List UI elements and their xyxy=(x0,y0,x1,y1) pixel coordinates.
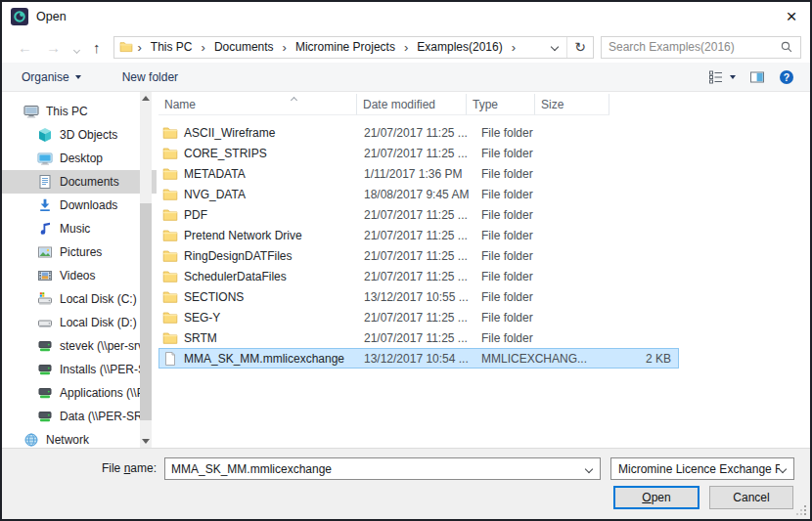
scrollbar-thumb[interactable] xyxy=(140,203,152,420)
scroll-up-icon[interactable] xyxy=(140,92,152,105)
view-mode-button[interactable] xyxy=(708,69,736,85)
netdrive-icon xyxy=(37,338,53,354)
file-row-seg-y[interactable]: SEG-Y 21/07/2017 11:25 ... File folder xyxy=(158,307,679,327)
sidebar-item-desktop[interactable]: Desktop xyxy=(2,147,157,170)
file-name-dropdown-chevron-icon[interactable] xyxy=(586,466,600,472)
sort-ascending-icon xyxy=(292,92,296,106)
file-type-value: Micromine Licence Exchange F xyxy=(618,462,780,476)
sidebar-item-pictures[interactable]: Pictures xyxy=(2,240,157,264)
sidebar-item-data-per-srv[interactable]: Data (\\PER-SRV xyxy=(2,405,157,428)
sidebar-item-downloads[interactable]: Downloads xyxy=(2,194,157,217)
sidebar: This PC 3D Objects Desktop Documents Dow… xyxy=(2,92,157,448)
netdrive-icon xyxy=(37,362,53,377)
breadcrumb-separator-icon[interactable]: › xyxy=(399,40,413,55)
column-header-date-modified[interactable]: Date modified xyxy=(357,94,467,115)
cancel-button[interactable]: Cancel xyxy=(709,486,793,509)
diskwin-icon xyxy=(37,291,53,307)
file-row-ascii-wireframe[interactable]: ASCII_Wireframe 21/07/2017 11:25 ... Fil… xyxy=(158,122,679,143)
list-header: Name Date modified Type Size xyxy=(158,92,810,117)
breadcrumb-item-examples-2016[interactable]: Examples(2016) xyxy=(413,40,506,54)
breadcrumb-separator-icon[interactable]: › xyxy=(507,40,520,55)
folder-icon xyxy=(162,146,178,161)
file-list: Name Date modified Type Size ASCII_Wiref… xyxy=(157,92,810,448)
search-icon xyxy=(780,40,793,54)
disk-icon xyxy=(37,315,53,330)
file-row-nvg-data[interactable]: NVG_DATA 18/08/2017 9:45 AM File folder xyxy=(158,184,679,204)
sidebar-item-installs-per-s[interactable]: Installs (\\PER-S xyxy=(2,358,157,381)
organise-button[interactable]: Organise xyxy=(22,70,81,84)
open-button[interactable]: Open xyxy=(613,486,699,509)
netdrive-icon xyxy=(37,385,53,401)
file-row-ringdesigndatfiles[interactable]: RingDesignDATFiles 21/07/2017 11:25 ... … xyxy=(158,245,679,266)
column-header-name[interactable]: Name xyxy=(158,94,357,115)
folder-icon xyxy=(162,187,178,202)
back-icon[interactable]: ← xyxy=(11,40,39,55)
breadcrumb-item-micromine-projects[interactable]: Micromine Projects xyxy=(292,40,399,54)
videos-icon xyxy=(37,268,53,283)
address-dropdown-chevron-icon[interactable] xyxy=(543,44,566,50)
command-toolbar: Organise New folder xyxy=(2,63,810,92)
file-row-pdf[interactable]: PDF 21/07/2017 11:25 ... File folder xyxy=(158,204,679,225)
close-icon[interactable]: × xyxy=(779,5,804,28)
navigation-bar: ← → ↑ ›This PC›Documents›Micromine Proje… xyxy=(2,31,810,63)
breadcrumb-separator-icon[interactable]: › xyxy=(197,40,210,55)
sidebar-item-network[interactable]: Network xyxy=(2,428,157,448)
details-view-icon xyxy=(708,69,724,85)
folder-icon xyxy=(162,125,178,141)
desktop-icon xyxy=(37,151,53,166)
file-type-dropdown-chevron-icon xyxy=(780,466,793,472)
breadcrumb-separator-icon[interactable]: › xyxy=(133,40,147,55)
search-input[interactable] xyxy=(602,40,780,54)
file-name-input[interactable] xyxy=(165,462,586,476)
sidebar-item-documents[interactable]: Documents xyxy=(2,170,157,194)
refresh-icon[interactable]: ↻ xyxy=(567,39,593,55)
sidebar-scrollbar[interactable] xyxy=(140,92,152,448)
sidebar-item-applications-p[interactable]: Applications (\\P xyxy=(2,381,157,405)
recent-locations-chevron-icon[interactable] xyxy=(68,40,86,55)
forward-icon[interactable]: → xyxy=(39,40,68,55)
netdrive-icon xyxy=(37,409,53,424)
sidebar-item-stevek-per-srv[interactable]: stevek (\\per-srv xyxy=(2,334,157,358)
file-row-core-strips[interactable]: CORE_STRIPS 21/07/2017 11:25 ... File fo… xyxy=(158,143,679,163)
file-row-metadata[interactable]: METADATA 1/11/2017 1:36 PM File folder xyxy=(158,163,679,184)
file-row-pretend-network-drive[interactable]: Pretend Network Drive 21/07/2017 11:25 .… xyxy=(158,225,679,245)
open-dialog-window: Open × ← → ↑ ›This PC›Documents›Micromin… xyxy=(0,0,812,521)
column-header-size[interactable]: Size xyxy=(535,94,609,115)
file-row-schedulerdatafiles[interactable]: SchedulerDataFiles 21/07/2017 11:25 ... … xyxy=(158,266,679,286)
sidebar-item-music[interactable]: Music xyxy=(2,217,157,240)
help-icon[interactable] xyxy=(779,69,794,85)
sidebar-item-local-disk-d[interactable]: Local Disk (D:) xyxy=(2,311,157,334)
folder-icon xyxy=(162,248,178,264)
folder-icon xyxy=(162,207,178,223)
scroll-down-icon[interactable] xyxy=(140,435,152,448)
breadcrumb-item-documents[interactable]: Documents xyxy=(210,40,278,54)
music-icon xyxy=(37,221,53,237)
preview-pane-icon[interactable] xyxy=(749,69,765,85)
address-bar[interactable]: ›This PC›Documents›Micromine Projects›Ex… xyxy=(113,36,595,59)
sidebar-item-this-pc[interactable]: This PC xyxy=(2,100,157,123)
file-rows: ASCII_Wireframe 21/07/2017 11:25 ... Fil… xyxy=(158,122,810,369)
file-row-mma-sk-mm-mmlicexchange[interactable]: MMA_SK_MM.mmlicexchange 13/12/2017 10:54… xyxy=(158,348,679,369)
title-bar[interactable]: Open × xyxy=(2,2,810,31)
breadcrumb-item-this-pc[interactable]: This PC xyxy=(147,40,197,54)
folder-icon xyxy=(119,40,133,54)
breadcrumb-separator-icon[interactable]: › xyxy=(278,40,292,55)
cube-icon xyxy=(37,127,53,143)
file-name-combobox[interactable] xyxy=(164,457,601,480)
folder-icon xyxy=(162,330,178,346)
download-icon xyxy=(37,197,53,213)
search-box[interactable] xyxy=(601,36,801,59)
folder-icon xyxy=(162,289,178,305)
file-row-sections[interactable]: SECTIONS 13/12/2017 10:55 ... File folde… xyxy=(158,286,679,307)
document-icon xyxy=(37,174,53,190)
sidebar-item-videos[interactable]: Videos xyxy=(2,264,157,287)
up-icon[interactable]: ↑ xyxy=(86,40,108,55)
window-title: Open xyxy=(36,10,67,23)
sidebar-item-local-disk-c[interactable]: Local Disk (C:) xyxy=(2,287,157,311)
resize-grip[interactable] xyxy=(795,504,807,516)
sidebar-item-3d-objects[interactable]: 3D Objects xyxy=(2,123,157,147)
new-folder-button[interactable]: New folder xyxy=(122,70,178,84)
file-row-srtm[interactable]: SRTM 21/07/2017 11:25 ... File folder xyxy=(158,327,679,348)
file-type-dropdown[interactable]: Micromine Licence Exchange F xyxy=(610,457,794,480)
column-header-type[interactable]: Type xyxy=(467,94,535,115)
